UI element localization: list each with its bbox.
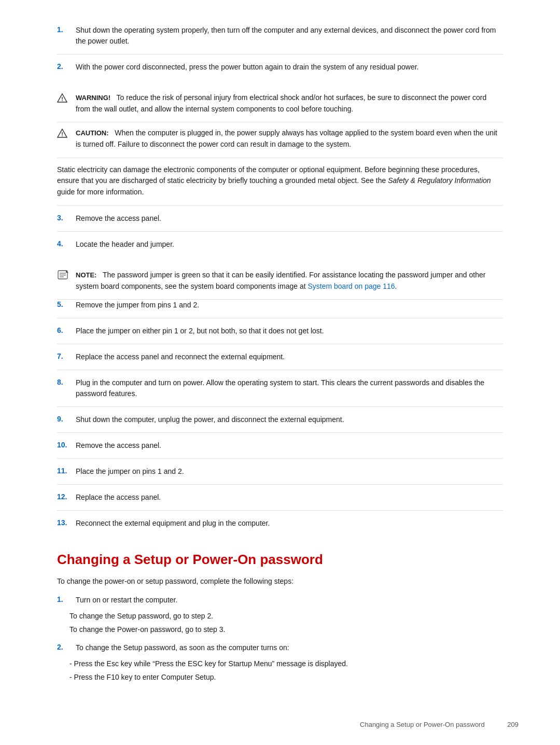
footer-left: Changing a Setup or Power-On password [360, 721, 485, 728]
step-text: Replace the access panel. [76, 492, 503, 503]
static-electricity-para: Static electricity can damage the electr… [57, 164, 503, 206]
page-content: 1. Shut down the operating system proper… [57, 25, 503, 683]
step-number: 6. [57, 326, 76, 334]
list-item: 3. Remove the access panel. [57, 213, 503, 232]
note-label: NOTE: [76, 271, 96, 279]
list-item: 8. Plug in the computer and turn on powe… [57, 377, 503, 407]
step-number: 9. [57, 414, 76, 423]
step-number: 10. [57, 440, 76, 449]
step-number: 13. [57, 518, 76, 527]
steps-list-3: 5. Remove the jumper from pins 1 and 2. … [57, 300, 503, 536]
list-item: 10. Remove the access panel. [57, 440, 503, 459]
list-item: 1. Turn on or restart the computer. To c… [57, 595, 503, 635]
list-item: 2. To change the Setup password, as soon… [57, 642, 503, 683]
step-number: 2. [57, 642, 76, 651]
list-item: 13. Reconnect the external equipment and… [57, 518, 503, 536]
list-item: 4. Locate the header and jumper. [57, 239, 503, 257]
step-text: Place the jumper on either pin 1 or 2, b… [76, 326, 503, 336]
note-icon [57, 270, 76, 280]
step-text: Remove the access panel. [76, 440, 503, 451]
sub-step-item: - Press the F10 key to enter Computer Se… [69, 672, 348, 683]
step-number: 7. [57, 352, 76, 360]
list-item: 2. With the power cord disconnected, pre… [57, 62, 503, 80]
note-content: NOTE: The password jumper is green so th… [76, 270, 503, 292]
step-text: Remove the jumper from pins 1 and 2. [76, 300, 503, 311]
sub-step-item: - Press the Esc key while “Press the ESC… [69, 658, 348, 670]
list-item: 5. Remove the jumper from pins 1 and 2. [57, 300, 503, 318]
sub-step-item: To change the Power-on password, go to s… [69, 624, 225, 636]
warning-label: WARNING! [76, 94, 110, 102]
step-number: 2. [57, 62, 76, 71]
list-item: 1. Shut down the operating system proper… [57, 25, 503, 54]
step-text: Replace the access panel and reconnect t… [76, 352, 503, 362]
steps-list-2: 3. Remove the access panel. 4. Locate th… [57, 213, 503, 257]
caution-content: CAUTION: When the computer is plugged in… [76, 128, 503, 150]
step-text: Turn on or restart the computer. [76, 595, 503, 606]
system-board-link[interactable]: System board on page 116 [307, 282, 395, 290]
step-number: 1. [57, 595, 76, 603]
svg-text:!: ! [61, 131, 63, 137]
list-item: 7. Replace the access panel and reconnec… [57, 352, 503, 370]
step-text: Shut down the computer, unplug the power… [76, 414, 503, 425]
step-text: Place the jumper on pins 1 and 2. [76, 466, 503, 477]
step-text: Locate the header and jumper. [76, 239, 503, 250]
step-number: 1. [57, 25, 76, 34]
note-box: NOTE: The password jumper is green so th… [57, 264, 503, 300]
caution-text: When the computer is plugged in, the pow… [76, 129, 497, 148]
list-item: 12. Replace the access panel. [57, 492, 503, 511]
step-text: To change the Setup password, as soon as… [76, 642, 503, 653]
step-number: 11. [57, 466, 76, 475]
caution-icon: ! [57, 128, 76, 138]
step-text: Reconnect the external equipment and plu… [76, 518, 503, 529]
warning-box: ! WARNING! To reduce the risk of persona… [57, 87, 503, 122]
section-steps-list: 1. Turn on or restart the computer. To c… [57, 595, 503, 683]
section-intro: To change the power-on or setup password… [57, 576, 503, 587]
page-footer: Changing a Setup or Power-On password 20… [360, 721, 519, 728]
list-item: 11. Place the jumper on pins 1 and 2. [57, 466, 503, 485]
step-number: 5. [57, 300, 76, 308]
warning-icon: ! [57, 92, 76, 103]
sub-step-group: - Press the Esc key while “Press the ESC… [69, 656, 348, 683]
step-text: With the power cord disconnected, press … [76, 62, 503, 73]
step-text: Shut down the operating system properly,… [76, 25, 503, 47]
step-number: 12. [57, 492, 76, 501]
step-number: 4. [57, 239, 76, 248]
step-number: 8. [57, 377, 76, 386]
caution-label: CAUTION: [76, 129, 109, 137]
list-item: 9. Shut down the computer, unplug the po… [57, 414, 503, 433]
section-heading: Changing a Setup or Power-On password [57, 552, 503, 568]
step-text: Plug in the computer and turn on power. … [76, 377, 503, 399]
sub-step-item: To change the Setup password, go to step… [69, 611, 225, 622]
warning-content: WARNING! To reduce the risk of personal … [76, 92, 503, 115]
caution-box: ! CAUTION: When the computer is plugged … [57, 122, 503, 158]
sub-step-group: To change the Setup password, go to step… [69, 609, 225, 635]
svg-text:!: ! [61, 96, 63, 102]
warning-text: To reduce the risk of personal injury fr… [76, 93, 486, 113]
step-number: 3. [57, 213, 76, 222]
steps-list-1: 1. Shut down the operating system proper… [57, 25, 503, 80]
list-item: 6. Place the jumper on either pin 1 or 2… [57, 326, 503, 344]
step-text: Remove the access panel. [76, 213, 503, 224]
footer-page-number: 209 [507, 721, 519, 728]
